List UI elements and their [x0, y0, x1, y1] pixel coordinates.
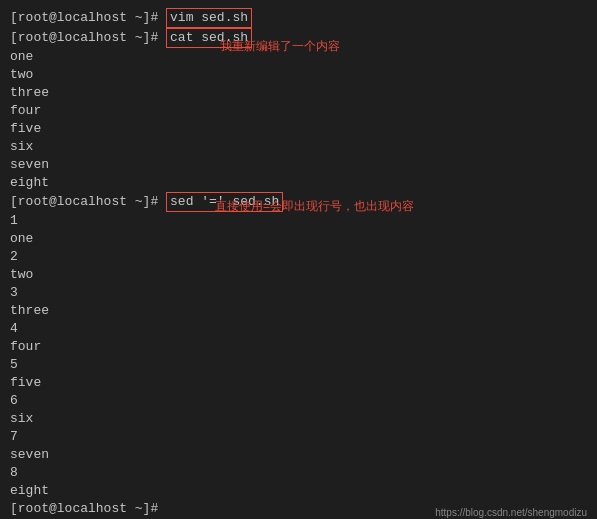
prompt-final: [root@localhost ~]#	[10, 500, 166, 518]
line-num-4: 4	[10, 320, 587, 338]
line-eight-1: eight	[10, 174, 587, 192]
line-six-2: six	[10, 410, 587, 428]
line-seven-2: seven	[10, 446, 587, 464]
line-five-1: five	[10, 120, 587, 138]
line-five-2: five	[10, 374, 587, 392]
line-num-6: 6	[10, 392, 587, 410]
line-num-3: 3	[10, 284, 587, 302]
terminal: [root@localhost ~]# vim sed.sh [root@loc…	[0, 0, 597, 519]
cmd-vim: vim sed.sh	[166, 8, 252, 28]
line-one-2: one	[10, 230, 587, 248]
line-two-1: two	[10, 66, 587, 84]
line-three-2: three	[10, 302, 587, 320]
terminal-line-1: [root@localhost ~]# vim sed.sh	[10, 8, 587, 28]
line-four-2: four	[10, 338, 587, 356]
line-four-1: four	[10, 102, 587, 120]
line-seven-1: seven	[10, 156, 587, 174]
line-num-2: 2	[10, 248, 587, 266]
line-two-2: two	[10, 266, 587, 284]
comment-edit: 我重新编辑了一个内容	[220, 38, 340, 55]
prompt-2: [root@localhost ~]#	[10, 29, 166, 47]
watermark: https://blog.csdn.net/shengmodizu	[435, 507, 587, 518]
line-three-1: three	[10, 84, 587, 102]
line-num-5: 5	[10, 356, 587, 374]
line-num-7: 7	[10, 428, 587, 446]
line-six-1: six	[10, 138, 587, 156]
prompt-1: [root@localhost ~]#	[10, 9, 166, 27]
line-eight-2: eight	[10, 482, 587, 500]
prompt-3: [root@localhost ~]#	[10, 193, 166, 211]
comment-equals: 直接使用=会即出现行号，也出现内容	[215, 198, 414, 215]
line-num-8: 8	[10, 464, 587, 482]
